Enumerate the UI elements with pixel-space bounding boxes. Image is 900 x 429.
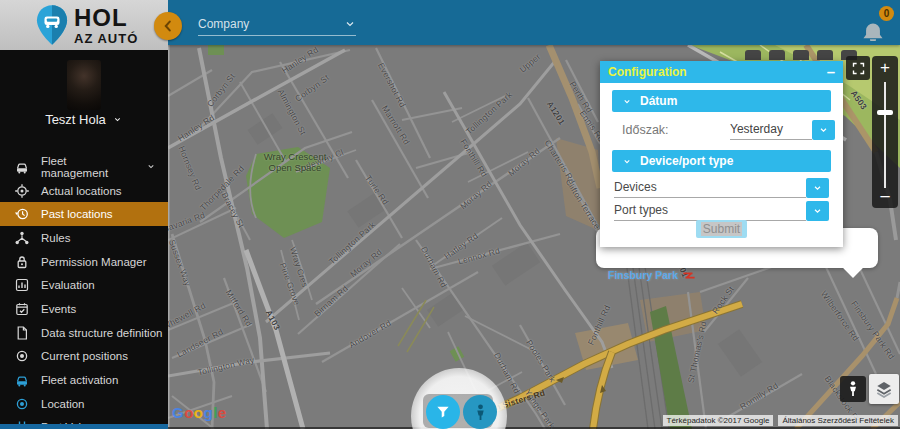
chevron-down-icon [818,125,829,135]
car-icon [14,372,30,388]
sidebar-item-label: Rules [41,232,70,244]
port-types-select[interactable]: Port types [614,201,829,221]
zoom-slider-track[interactable] [884,82,886,188]
sidebar-item-label: Permission Manager [41,256,146,268]
sidebar-item-location[interactable]: Location [0,392,168,416]
zoom-in-button[interactable]: + [872,58,898,78]
idoszak-label: Időszak: [622,123,669,137]
fullscreen-icon [851,61,866,76]
sidebar-item-label: Fleet activation [41,374,118,386]
terms-link[interactable]: Általános Szerződési Feltételek [778,415,898,426]
sidebar-menu: Fleet management Actual locations Past l… [0,155,168,429]
company-select-value: Company [198,17,249,31]
devices-select-value: Devices [614,180,806,198]
logo-text: HOL AZ AUTÓ [74,6,138,45]
map-layers-button[interactable] [869,374,899,404]
sidebar-bottom-strip [0,424,168,429]
file-icon [14,325,30,341]
sidebar: Teszt Hola Fleet management Actual locat… [0,50,168,429]
zoom-control: + − [872,56,898,208]
section-device-port-type[interactable]: Device/port type [612,150,831,172]
company-select[interactable]: Company [198,12,356,36]
sidebar-item-label: Fleet management [41,155,124,179]
sidebar-item-current-positions[interactable]: Current positions [0,345,168,369]
sidebar-item-evaluation[interactable]: Evaluation [0,273,168,297]
devices-select[interactable]: Devices [614,178,829,198]
sidebar-item-label: Data structure definition [41,327,162,339]
minimize-button[interactable]: – [827,67,835,77]
filter-funnel-icon [434,403,452,421]
calendar-check-icon [14,301,30,317]
lock-icon [14,254,30,270]
attribution-text: Térképadatok ©2017 Google [663,415,774,426]
idoszak-row: Időszak: Yesterday [622,123,832,137]
section-title: Device/port type [640,154,733,168]
sidebar-item-rules[interactable]: Rules [0,226,168,250]
sidebar-item-data-structure-definition[interactable]: Data structure definition [0,321,168,345]
configuration-panel: Configuration – Dátum Időszak: Yesterday… [600,61,843,247]
target-dot-icon [14,396,30,412]
google-logo[interactable]: Google [172,404,227,421]
notification-badge: 0 [879,6,894,21]
car-pin-logo-icon [36,4,68,46]
hidden-map-buttons [745,50,857,60]
map-attribution: Térképadatok ©2017 Google Általános Szer… [663,415,898,426]
sidebar-item-permission-manager[interactable]: Permission Manager [0,250,168,274]
idoszak-select[interactable]: Yesterday [730,120,835,140]
sidebar-collapse-button[interactable] [154,12,182,40]
chevron-down-icon [622,157,632,166]
sidebar-item-fleet-activation[interactable]: Fleet activation [0,368,168,392]
history-icon [14,206,30,222]
dropdown-button[interactable] [812,120,835,140]
google-logo-letter: G [172,404,184,421]
dropdown-button[interactable] [806,178,829,198]
chevron-down-icon [112,112,123,127]
share-nodes-icon [14,230,30,246]
google-logo-letter: g [204,404,214,421]
sidebar-item-label: Events [41,303,76,315]
dropdown-button[interactable] [806,201,829,221]
configuration-title: Configuration [608,65,687,79]
sidebar-item-label: Past locations [41,208,113,220]
section-datum[interactable]: Dátum [612,90,831,112]
google-logo-letter: o [194,404,204,421]
port-types-select-value: Port types [614,203,806,221]
sidebar-item-past-locations[interactable]: Past locations [0,202,168,226]
target-icon [14,183,30,199]
street-view-fab-button[interactable] [463,395,497,429]
app-window: Hanley RdHanley RdCorbyn StCorbyn StAlmi… [0,0,900,429]
app-logo: HOL AZ AUTÓ [0,0,168,50]
user-menu[interactable]: Teszt Hola [0,112,168,127]
street-view-pegman-button[interactable] [840,376,866,402]
user-name: Teszt Hola [45,112,106,127]
sidebar-item-label: Current positions [41,350,128,362]
chevron-down-icon [622,97,632,106]
sidebar-item-label: Location [41,398,84,410]
filter-button[interactable] [426,395,460,429]
configuration-panel-header[interactable]: Configuration – [600,61,843,83]
pegman-icon [845,380,861,398]
sidebar-item-events[interactable]: Events [0,297,168,321]
zoom-out-button[interactable]: − [872,186,898,208]
notifications-button[interactable]: 0 [858,6,894,42]
sidebar-item-fleet-management[interactable]: Fleet management [0,155,168,179]
sidebar-item-label: Actual locations [41,185,122,197]
car-icon [14,159,30,175]
idoszak-select-value: Yesterday [730,122,812,140]
pegman-icon [472,403,489,422]
section-title: Dátum [640,94,677,108]
chevron-down-icon [812,206,823,216]
sidebar-item-actual-locations[interactable]: Actual locations [0,179,168,203]
target-dot-icon [14,348,30,364]
submit-button[interactable]: Submit [696,220,747,238]
bar-chart-icon [14,277,30,293]
chevron-left-icon [161,19,175,33]
chevron-down-icon [344,18,356,30]
chevron-down-icon [812,183,823,193]
submit-label: Submit [701,222,742,236]
fullscreen-button[interactable] [846,56,870,80]
chevron-down-icon [146,161,156,173]
layers-icon [874,379,894,399]
zoom-slider-handle[interactable] [877,110,893,115]
user-avatar[interactable] [67,60,101,110]
